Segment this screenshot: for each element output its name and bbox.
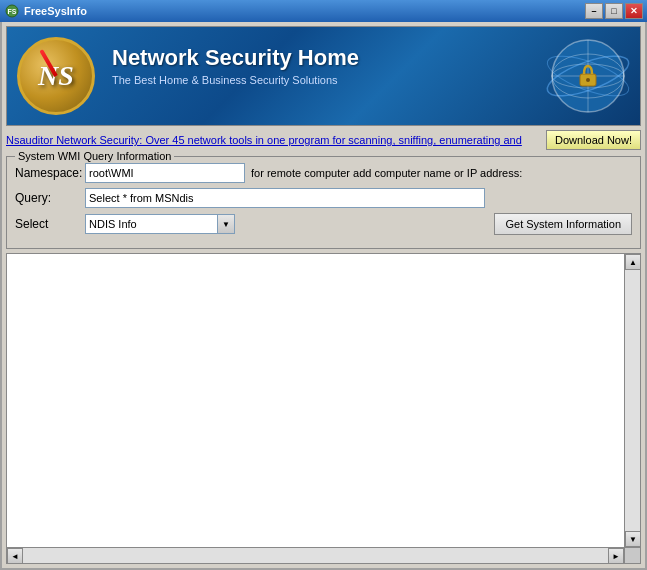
globe-image xyxy=(544,32,632,120)
get-system-info-button[interactable]: Get System Information xyxy=(494,213,632,235)
wmi-group-box: System WMI Query Information Namespace: … xyxy=(6,156,641,249)
banner: NS Network Security Home The Best Home &… xyxy=(6,26,641,126)
namespace-hint: for remote computer add computer name or… xyxy=(251,167,522,179)
namespace-label: Namespace: xyxy=(15,166,85,180)
scroll-up-button[interactable]: ▲ xyxy=(625,254,641,270)
horizontal-scrollbar[interactable]: ◄ ► xyxy=(7,547,624,563)
namespace-row: Namespace: for remote computer add compu… xyxy=(15,163,632,183)
window-controls: – □ ✕ xyxy=(585,3,643,19)
ns-logo: NS xyxy=(17,37,95,115)
titlebar: FS FreeSysInfo – □ ✕ xyxy=(0,0,647,22)
download-button[interactable]: Download Now! xyxy=(546,130,641,150)
scrollbar-corner xyxy=(624,547,640,563)
banner-subtitle: The Best Home & Business Security Soluti… xyxy=(112,74,359,86)
results-area[interactable]: ▲ ▼ ◄ ► xyxy=(6,253,641,564)
app-icon: FS xyxy=(4,3,20,19)
group-box-legend: System WMI Query Information xyxy=(15,150,174,162)
ad-link[interactable]: Nsauditor Network Security: Over 45 netw… xyxy=(6,134,546,146)
vertical-scrollbar[interactable]: ▲ ▼ xyxy=(624,254,640,547)
banner-title: Network Security Home xyxy=(112,45,359,71)
query-input[interactable] xyxy=(85,188,485,208)
ad-bar: Nsauditor Network Security: Over 45 netw… xyxy=(6,128,641,152)
scroll-left-button[interactable]: ◄ xyxy=(7,548,23,564)
banner-text: Network Security Home The Best Home & Bu… xyxy=(112,45,359,86)
scroll-right-button[interactable]: ► xyxy=(608,548,624,564)
namespace-input[interactable] xyxy=(85,163,245,183)
minimize-button[interactable]: – xyxy=(585,3,603,19)
svg-text:FS: FS xyxy=(8,8,17,15)
window-title: FreeSysInfo xyxy=(24,5,585,17)
svg-point-11 xyxy=(586,78,590,82)
query-row: Query: xyxy=(15,188,632,208)
select-wrapper: NDIS Info CPU Info OS Info Disk Info Net… xyxy=(85,214,235,234)
select-label: Select xyxy=(15,217,85,231)
query-label: Query: xyxy=(15,191,85,205)
select-row: Select NDIS Info CPU Info OS Info Disk I… xyxy=(15,213,632,235)
maximize-button[interactable]: □ xyxy=(605,3,623,19)
select-dropdown[interactable]: NDIS Info CPU Info OS Info Disk Info Net… xyxy=(85,214,235,234)
close-button[interactable]: ✕ xyxy=(625,3,643,19)
main-window: NS Network Security Home The Best Home &… xyxy=(0,22,647,570)
scroll-track-v[interactable] xyxy=(625,270,640,531)
scroll-down-button[interactable]: ▼ xyxy=(625,531,641,547)
scroll-track-h[interactable] xyxy=(23,548,608,563)
